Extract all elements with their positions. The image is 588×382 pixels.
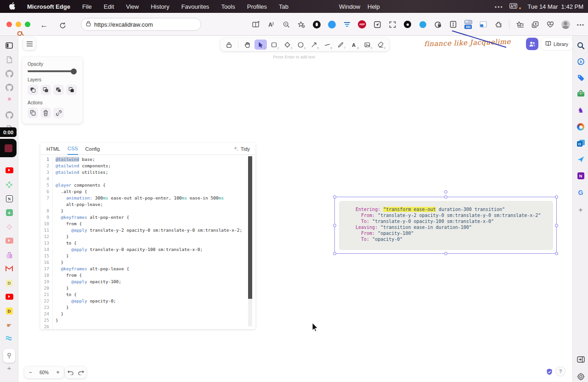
sidebar-microsoft-365-icon[interactable] [573,123,588,131]
flower-faded-favicon[interactable] [0,223,18,230]
github-favicon[interactable] [0,70,18,78]
zoom-in-button[interactable]: + [52,366,64,378]
resize-handle-s[interactable] [444,252,447,255]
resize-handle-w[interactable] [333,224,336,227]
black-dot-extension-icon[interactable] [403,19,412,30]
more-menu-icon[interactable]: ●●● [576,19,585,30]
zoom-out-icon[interactable] [282,19,291,30]
sidebar-bing-chat-icon[interactable]: b [573,58,588,66]
draw-tool[interactable]: 7 [334,40,347,50]
vertical-tabs-favicon[interactable] [0,42,18,49]
pin-button-favicon[interactable] [0,349,18,363]
opacity-slider-thumb[interactable] [71,68,77,74]
collaborate-button[interactable] [526,38,538,50]
favorites-star-icon[interactable] [297,19,306,30]
hand-tool[interactable] [241,40,254,50]
reload-button[interactable] [58,20,67,31]
menubar-item-view[interactable]: View [126,3,139,10]
zoom-level[interactable]: 60% [36,370,52,375]
rectangle-tool[interactable]: 2 [268,40,280,50]
handwritten-annotation[interactable]: finance like Jacquelime [424,38,511,48]
line-tool[interactable]: 6 [321,40,334,50]
undo-button[interactable] [65,366,76,378]
lock-tool[interactable] [223,40,235,50]
favorites-list-icon[interactable] [515,19,525,30]
d-bright-favicon[interactable]: D [0,308,18,314]
help-button[interactable]: ? [556,367,565,376]
zoom-window-button[interactable] [25,22,30,27]
puzzle-extension-icon[interactable] [494,19,503,30]
collections-icon[interactable] [531,19,540,30]
site-lock-icon[interactable] [86,20,91,29]
opacity-slider[interactable] [28,70,75,72]
redo-button[interactable] [76,366,86,378]
selection-tool[interactable]: 1 [254,40,267,50]
sidebar-onenote-icon[interactable]: N [573,172,588,179]
menubar-app-name[interactable]: Microsoft Edge [27,3,70,10]
menubar-item-file[interactable]: File [82,3,92,10]
send-page-extension-icon[interactable] [373,19,382,30]
youtube-favicon[interactable] [0,167,18,173]
menubar-item-help[interactable]: Help [368,3,380,10]
rotate-handle[interactable] [444,190,447,194]
reader-extension-icon[interactable] [448,19,458,30]
editor-scrollbar-thumb[interactable] [248,156,252,299]
menubar-item-profiles[interactable]: Profiles [247,3,267,10]
eraser-tool[interactable]: 0 [374,40,387,50]
menubar-item-window[interactable]: Window [339,3,360,10]
youtube-favicon[interactable] [0,294,18,300]
editor-tab-config[interactable]: Config [85,143,100,155]
read-aloud-icon[interactable]: A) [266,19,276,30]
ellipse-tool[interactable]: 4 [294,40,307,50]
image-tool[interactable]: 9 [361,40,373,50]
youtube-pale-favicon[interactable] [0,238,18,244]
close-window-button[interactable] [6,22,12,27]
privacy-lock-extension-icon[interactable] [433,19,442,30]
tab-counter-extension-icon[interactable]: 383 [464,19,473,30]
pink-dot-favicon[interactable] [0,97,18,101]
stop-recording-button[interactable] [0,139,17,157]
code-area[interactable]: 1@tailwind base;2@tailwind components;3@… [40,155,255,329]
bag-favicon[interactable] [0,252,18,259]
filter-extension-icon[interactable] [342,19,351,30]
menubar-item-tools[interactable]: Tools [221,3,235,10]
menubar-item-tab[interactable]: Tab [279,3,288,10]
control-center-icon[interactable] [509,3,517,10]
arrow-tool[interactable]: 5 [308,40,320,50]
adblock-plus-extension-icon[interactable]: ABP [357,19,367,30]
diamond-tool[interactable]: 3 [281,40,294,50]
green-plus-favicon[interactable]: + [0,209,18,216]
send-to-back-button[interactable] [28,85,38,95]
delete-button[interactable] [40,108,51,118]
blue-circle-extension-icon[interactable] [327,19,336,30]
resize-handle-nw[interactable] [333,195,336,199]
sidebar-search-icon[interactable] [573,42,588,50]
browser-essentials-icon[interactable] [546,19,555,30]
minimize-window-button[interactable] [16,22,21,27]
settings-gear-icon[interactable] [573,373,588,381]
bring-forward-button[interactable] [53,85,64,95]
fullscreen-extension-icon[interactable] [388,19,397,30]
send-backward-button[interactable] [40,85,51,95]
url-text[interactable]: https://excalidraw.com [94,21,153,28]
resize-handle-e[interactable] [555,224,558,227]
code-editor[interactable]: HTMLCSSConfig Tidy 1@tailwind base;2@tai… [40,143,255,329]
resize-handle-sw[interactable] [333,252,336,255]
menubar-item-edit[interactable]: Edit [104,3,114,10]
editor-tab-css[interactable]: CSS [68,143,78,155]
menubar-item-favourites[interactable]: Favourites [181,3,209,10]
notion-favicon[interactable]: N [0,195,18,202]
link-button[interactable] [53,108,64,118]
editor-tab-html[interactable]: HTML [46,143,60,155]
menubar-item-history[interactable]: History [151,3,169,10]
hand-pointer-favicon[interactable]: ☛ [0,322,18,329]
github-favicon[interactable] [0,84,18,91]
main-menu-button[interactable] [23,37,36,50]
transition-classes-embed[interactable]: Entering: "transform ease-out duration-3… [339,201,553,250]
bring-to-front-button[interactable] [66,85,77,95]
back-button[interactable]: ← [40,20,49,31]
tidy-button[interactable]: Tidy [233,143,250,155]
dark-circle-extension-icon[interactable] [312,19,321,30]
sidebar-outlook-icon[interactable]: O [573,140,588,147]
resize-handle-n[interactable] [444,195,447,199]
